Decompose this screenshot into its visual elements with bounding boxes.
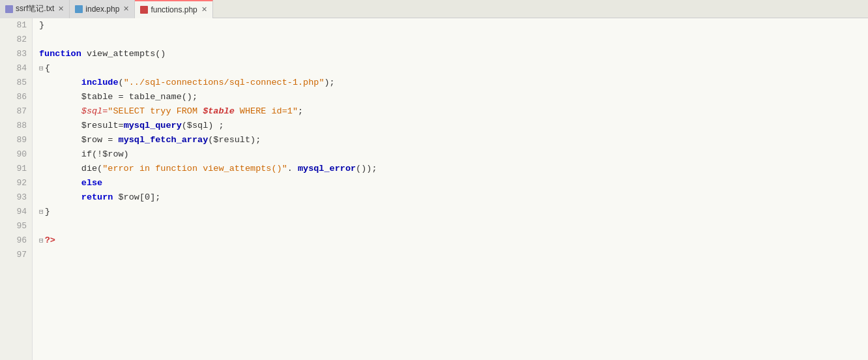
code-text: { [45,61,50,76]
code-text: $result= [39,119,124,133]
code-line-85: include("../sql-connections/sql-connect-… [39,76,861,90]
keyword-return: return [81,190,113,205]
fn-mysql-fetch: mysql_fetch_array [119,133,209,147]
fold-marker[interactable]: ⊟ [39,205,44,219]
close-icon[interactable]: ✕ [123,5,129,13]
php-red-icon [140,6,148,14]
editor: 81 82 83 84 85 86 87 88 89 90 91 92 93 9… [0,18,868,360]
code-line-84: ⊟{ [39,61,861,76]
code-text [39,76,81,90]
code-line-90: if(!$row) [39,147,861,162]
tab-index-label: index.php [85,5,119,14]
code-line-86: $table = table_name(); [39,90,861,104]
tab-ssrf[interactable]: ssrf笔记.txt ✕ [0,0,70,18]
code-line-92: else [39,176,861,190]
code-line-96: ⊟?> [39,233,861,248]
code-text: ($result); [208,133,261,147]
tab-functions-label: functions.php [151,5,197,14]
code-line-83: function view_attempts() [39,47,861,61]
tab-ssrf-label: ssrf笔记.txt [16,3,54,14]
code-line-88: $result=mysql_query($sql) ; [39,119,861,133]
code-line-93: return $row[0]; [39,190,861,205]
code-text: ( [119,76,124,90]
code-line-95 [39,219,861,233]
code-line-89: $row = mysql_fetch_array($result); [39,133,861,147]
txt-icon [5,5,13,13]
fold-marker[interactable]: ⊟ [39,61,44,76]
keyword-function: function [39,47,81,61]
code-line-91: die("error in function view_attempts()".… [39,162,861,176]
code-line-81: } [39,18,861,33]
sql-var: $sql= [81,104,108,119]
fold-marker[interactable]: ⊟ [39,233,44,248]
code-text: } [39,18,44,33]
string-value: "SELECT tryy FROM $table WHERE id=1" [108,104,298,119]
string-value: "error in function view_attempts()" [102,162,287,176]
code-text: } [45,205,50,219]
close-icon[interactable]: ✕ [58,5,64,13]
line-numbers: 81 82 83 84 85 86 87 88 89 90 91 92 93 9… [0,18,33,360]
php-close-tag: ?> [45,233,55,248]
code-text: $row = [39,133,119,147]
php-blue-icon [75,5,83,13]
code-text: $table = table_name(); [39,90,197,104]
code-area[interactable]: } function view_attempts() ⊟{ include(".… [33,18,868,360]
code-text: $row[0]; [113,190,160,205]
code-text [39,190,81,205]
code-line-94: ⊟} [39,205,861,219]
code-text: ($sql) ; [182,119,224,133]
code-text: view_attempts() [81,47,166,61]
code-line-87: $sql="SELECT tryy FROM $table WHERE id=1… [39,104,861,119]
code-text [39,104,81,119]
code-text: ; [298,104,303,119]
close-icon[interactable]: ✕ [201,5,207,14]
keyword-else: else [81,176,102,190]
code-text: . [287,162,298,176]
code-text: ()); [356,162,377,176]
tab-index[interactable]: index.php ✕ [70,0,135,18]
code-text: if(!$row) [39,147,129,162]
fn-mysql-query: mysql_query [124,119,182,133]
code-text: die( [39,162,102,176]
code-line-97 [39,248,861,262]
string-value: "../sql-connections/sql-connect-1.php" [124,76,325,90]
code-text [39,176,81,190]
tab-functions[interactable]: functions.php ✕ [135,0,212,18]
fn-mysql-error: mysql_error [298,162,356,176]
code-line-82 [39,33,861,47]
tab-bar: ssrf笔记.txt ✕ index.php ✕ functions.php ✕ [0,0,868,18]
keyword-include: include [81,76,119,90]
code-text: ); [325,76,335,90]
